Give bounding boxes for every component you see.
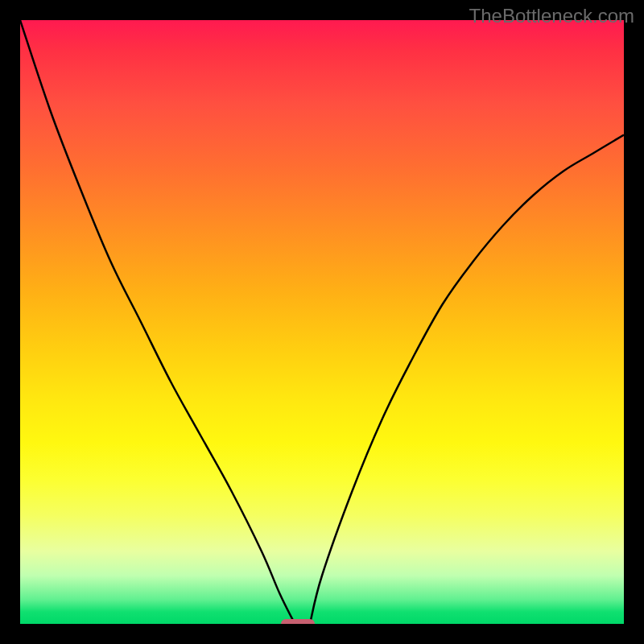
curve-overlay [20,20,624,624]
right-curve-line [310,135,624,625]
plot-area [20,20,624,624]
optimal-marker [281,619,314,624]
watermark-text: TheBottleneck.com [469,5,634,27]
left-curve-line [20,20,295,624]
